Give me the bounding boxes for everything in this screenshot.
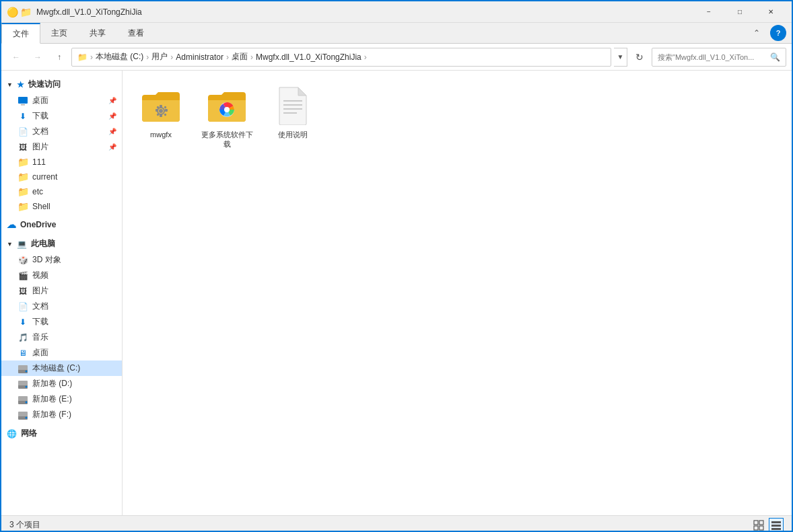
sidebar-onedrive-header[interactable]: ☁ OneDrive (1, 217, 122, 233)
dl-icon: ⬇ (18, 317, 28, 328)
desktop-icon (18, 96, 28, 106)
search-input[interactable] (658, 53, 767, 61)
file-label-readme: 使用说明 (278, 130, 308, 139)
drive-e-icon (18, 394, 28, 405)
sidebar-item-etc[interactable]: 📁 etc (1, 184, 122, 199)
sidebar-item-drive-f-label: 新加卷 (F:) (32, 409, 71, 420)
drive-c-icon (18, 363, 28, 374)
search-box[interactable]: 🔍 (652, 48, 786, 67)
sidebar-item-drive-f[interactable]: 新加卷 (F:) (1, 407, 122, 422)
svg-point-13 (26, 416, 28, 418)
pin-icon-downloads: 📌 (108, 112, 116, 120)
quickaccess-label: 快速访问 (28, 79, 61, 90)
view-grid-button[interactable] (751, 518, 766, 533)
refresh-button[interactable]: ↻ (630, 48, 649, 67)
address-input[interactable]: 📁 › 本地磁盘 (C:) › 用户 › Administrator › 桌面 … (71, 48, 611, 67)
sidebar-network-header[interactable]: 🌐 网络 (1, 425, 122, 442)
sidebar-item-shell-label: Shell (32, 202, 50, 211)
breadcrumb-folder[interactable]: Mwgfx.dll_V1.0_XiTongZhiJia (256, 52, 361, 62)
svg-point-4 (26, 370, 28, 372)
sidebar-item-video[interactable]: 🎬 视频 (1, 268, 122, 283)
sidebar-item-shell[interactable]: 📁 Shell (1, 199, 122, 214)
sidebar-item-pics[interactable]: 🖼 图片 📌 (1, 139, 122, 155)
sidebar-item-drive-d[interactable]: 新加卷 (D:) (1, 376, 122, 391)
sidebar-item-music[interactable]: 🎵 音乐 (1, 330, 122, 345)
svg-rect-31 (759, 521, 763, 525)
close-button[interactable]: ✕ (755, 1, 786, 23)
sidebar-item-docs[interactable]: 📄 文档 📌 (1, 124, 122, 139)
title-bar: 🟡 📁 Mwgfx.dll_V1.0_XiTongZhiJia − □ ✕ (1, 1, 792, 23)
sidebar-item-drive-e[interactable]: 新加卷 (E:) (1, 391, 122, 407)
network-label: 网络 (21, 428, 37, 439)
sidebar-item-drive-c[interactable]: 本地磁盘 (C:) (1, 360, 122, 376)
up-button[interactable]: ↑ (50, 48, 69, 67)
sidebar-item-current-label: current (32, 172, 57, 182)
desktop2-icon: 🖥 (18, 348, 28, 358)
back-button[interactable]: ← (7, 48, 26, 67)
sidebar-item-desktop-label: 桌面 (32, 95, 48, 106)
pin-icon-docs: 📌 (108, 128, 116, 135)
sidebar-thispc-header[interactable]: ▼ 💻 此电脑 (1, 235, 122, 252)
file-grid: mwgfx (131, 79, 784, 155)
sidebar-section-quickaccess: ▼ ★ 快速访问 桌面 📌 ⬇ 下载 📌 📄 文档 📌 (1, 76, 122, 214)
help-button[interactable]: ? (770, 25, 786, 41)
sidebar-item-documents[interactable]: 📄 文档 (1, 299, 122, 314)
drive-f-icon (18, 410, 28, 420)
sidebar: ▼ ★ 快速访问 桌面 📌 ⬇ 下载 📌 📄 文档 📌 (1, 71, 123, 515)
sidebar-item-pictures-label: 图片 (32, 285, 48, 297)
view-list-button[interactable] (769, 518, 784, 533)
sidebar-item-downloads[interactable]: ⬇ 下载 📌 (1, 108, 122, 124)
ribbon-collapse-button[interactable]: ⌃ (749, 25, 765, 41)
file-icon-readme (271, 84, 314, 127)
tab-home[interactable]: 主页 (40, 23, 79, 43)
sidebar-item-111[interactable]: 📁 111 (1, 155, 122, 169)
maximize-button[interactable]: □ (724, 1, 755, 23)
tab-file[interactable]: 文件 (1, 23, 40, 44)
breadcrumb-admin[interactable]: Administrator (176, 52, 223, 62)
onedrive-label: OneDrive (20, 220, 56, 229)
music-icon: 🎵 (18, 332, 28, 343)
status-item-count: 3 个项目 (9, 519, 40, 531)
breadcrumb-users[interactable]: 用户 (151, 51, 168, 63)
sidebar-item-dl[interactable]: ⬇ 下载 (1, 314, 122, 330)
minimize-button[interactable]: − (693, 1, 724, 23)
folder-icon-111: 📁 (18, 157, 28, 167)
sidebar-item-desktop[interactable]: 桌面 📌 (1, 93, 122, 108)
sidebar-section-network: 🌐 网络 (1, 425, 122, 442)
breadcrumb-c[interactable]: 本地磁盘 (C:) (96, 51, 143, 63)
sidebar-quickaccess-header[interactable]: ▼ ★ 快速访问 (1, 76, 122, 93)
sidebar-item-3d[interactable]: 🎲 3D 对象 (1, 252, 122, 268)
3d-icon: 🎲 (18, 255, 28, 266)
file-item-download[interactable]: 更多系统软件下载 (197, 79, 257, 155)
sidebar-item-music-label: 音乐 (32, 332, 48, 343)
sidebar-item-pictures[interactable]: 🖼 图片 (1, 283, 122, 299)
sidebar-section-thispc: ▼ 💻 此电脑 🎲 3D 对象 🎬 视频 🖼 图片 📄 文档 ⬇ (1, 235, 122, 422)
svg-point-25 (224, 107, 230, 112)
address-dropdown-button[interactable]: ▼ (614, 48, 627, 67)
sidebar-item-current[interactable]: 📁 current (1, 169, 122, 184)
svg-rect-12 (18, 412, 28, 416)
sidebar-item-desktop2[interactable]: 🖥 桌面 (1, 345, 122, 360)
search-icon[interactable]: 🔍 (770, 52, 780, 62)
breadcrumb-desktop[interactable]: 桌面 (232, 51, 248, 63)
download-icon: ⬇ (18, 111, 28, 122)
svg-rect-0 (18, 97, 28, 104)
sidebar-item-drive-d-label: 新加卷 (D:) (32, 378, 72, 389)
svg-rect-17 (156, 109, 158, 112)
breadcrumb-thispc[interactable]: 📁 (77, 52, 88, 62)
tab-view[interactable]: 查看 (117, 23, 156, 43)
quickaccess-star-icon: ★ (17, 80, 24, 89)
video-icon: 🎬 (18, 270, 28, 281)
folder-icon-current: 📁 (18, 172, 28, 182)
network-icon: 🌐 (7, 429, 17, 439)
file-item-mwgfx[interactable]: mwgfx (131, 79, 191, 155)
svg-rect-32 (754, 526, 758, 530)
ribbon-tabs: 文件 主页 共享 查看 ⌃ ? (1, 23, 792, 43)
tab-share[interactable]: 共享 (79, 23, 117, 43)
app-icon-yellow: 🟡 (7, 7, 18, 17)
file-item-readme[interactable]: 使用说明 (263, 79, 323, 155)
documents-icon: 📄 (18, 301, 28, 312)
forward-button[interactable]: → (28, 48, 47, 67)
address-bar: ← → ↑ 📁 › 本地磁盘 (C:) › 用户 › Administrator… (1, 44, 792, 71)
content-area[interactable]: mwgfx (123, 71, 792, 515)
